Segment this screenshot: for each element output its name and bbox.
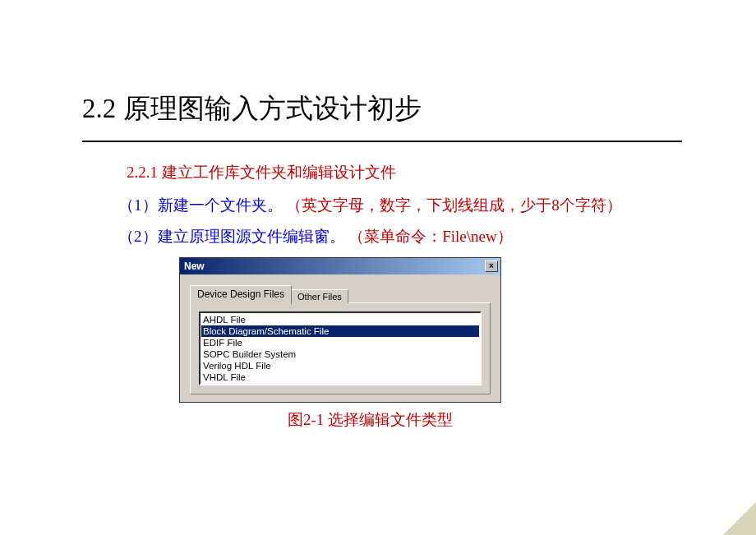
dialog-titlebar: New × bbox=[180, 258, 500, 274]
close-button[interactable]: × bbox=[485, 261, 498, 272]
close-icon: × bbox=[489, 262, 494, 270]
file-type-listbox[interactable]: AHDL File Block Diagram/Schematic File E… bbox=[199, 311, 482, 385]
list-item[interactable]: Block Diagram/Schematic File bbox=[201, 325, 479, 337]
tab-device-design-files[interactable]: Device Design Files bbox=[190, 285, 292, 304]
point-2-note: （菜单命令：File\new） bbox=[348, 228, 513, 245]
list-item[interactable]: Verilog HDL File bbox=[201, 360, 479, 371]
tab-strip: Device Design Files Other Files bbox=[190, 284, 491, 303]
list-item[interactable]: AHDL File bbox=[201, 314, 479, 325]
slide-content: 2.2 原理图输入方式设计初步 2.2.1 建立工作库文件夹和编辑设计文件 （1… bbox=[0, 0, 756, 431]
point-1: （1）新建一个文件夹。 （英文字母，数字，下划线组成，少于8个字符） bbox=[118, 195, 674, 216]
tab-panel: AHDL File Block Diagram/Schematic File E… bbox=[190, 302, 491, 394]
tab-other-files[interactable]: Other Files bbox=[291, 289, 348, 303]
point-1-note: （英文字母，数字，下划线组成，少于8个字符） bbox=[286, 196, 622, 214]
title-underline bbox=[82, 141, 682, 142]
list-item[interactable]: EDIF File bbox=[201, 337, 479, 348]
list-item[interactable]: SOPC Builder System bbox=[201, 348, 479, 360]
page-corner-fold bbox=[723, 502, 756, 535]
figure-caption: 图2-1 选择编辑文件类型 bbox=[288, 409, 674, 431]
point-2: （2）建立原理图源文件编辑窗。 （菜单命令：File\new） bbox=[118, 226, 674, 247]
dialog-title: New bbox=[182, 261, 205, 272]
dialog-body: Device Design Files Other Files AHDL Fil… bbox=[180, 274, 500, 402]
point-1-lead: （1）新建一个文件夹。 bbox=[118, 196, 283, 214]
section-subtitle: 2.2.1 建立工作库文件夹和编辑设计文件 bbox=[127, 162, 674, 183]
new-dialog: New × Device Design Files Other Files AH… bbox=[179, 257, 501, 403]
point-2-lead: （2）建立原理图源文件编辑窗。 bbox=[118, 228, 345, 245]
list-item[interactable]: VHDL File bbox=[201, 371, 479, 383]
slide-title: 2.2 原理图输入方式设计初步 bbox=[82, 90, 674, 127]
